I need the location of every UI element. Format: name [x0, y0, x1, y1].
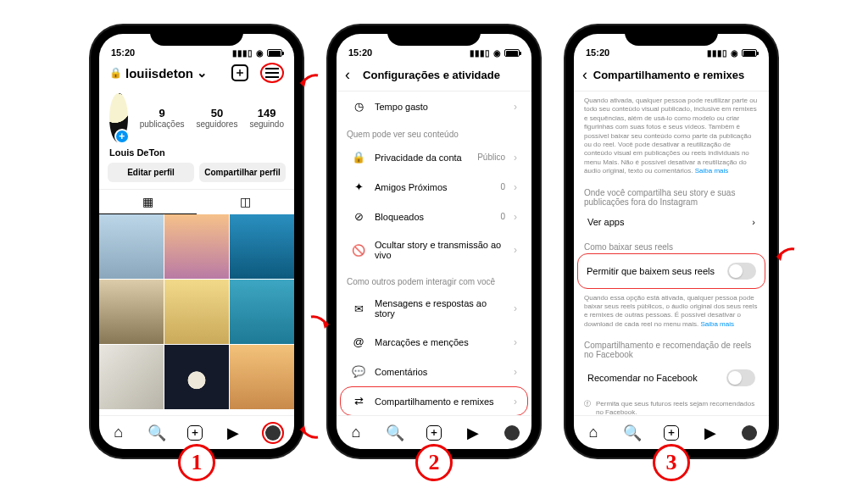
row-close-friends[interactable]: ✦ Amigos Próximos 0 › — [340, 172, 528, 202]
share-icon: ⇄ — [351, 395, 366, 408]
intro-description: Quando ativada, qualquer pessoa pode reu… — [574, 92, 769, 181]
post-thumb[interactable] — [164, 345, 229, 409]
username-dropdown[interactable]: 🔒 louiisdeton ⌄ — [109, 65, 208, 80]
edit-profile-button[interactable]: Editar perfil — [108, 163, 194, 182]
nav-profile[interactable] — [740, 424, 759, 442]
nav-search[interactable]: 🔍 — [147, 424, 166, 442]
notch — [387, 25, 481, 46]
row-hide-story[interactable]: 🚫 Ocultar story e transmissão ao vivo › — [340, 231, 528, 269]
toggle-allow-download[interactable] — [727, 263, 756, 280]
chevron-right-icon: › — [514, 336, 517, 348]
stat-following[interactable]: 149seguindo — [249, 107, 284, 129]
section-label: Como outros podem interagir com você — [337, 269, 531, 290]
row-tags[interactable]: @ Marcações e menções › — [340, 327, 528, 357]
comment-icon: 💬 — [351, 365, 366, 378]
chevron-right-icon: › — [514, 396, 517, 408]
battery-icon — [742, 49, 757, 57]
stat-posts[interactable]: 9publicações — [140, 107, 185, 129]
message-icon: ✉ — [351, 302, 366, 315]
clock-icon: ◷ — [351, 100, 366, 113]
nav-create[interactable]: ＋ — [662, 424, 681, 442]
battery-icon — [267, 49, 282, 57]
tag-icon: @ — [351, 336, 366, 348]
chevron-right-icon: › — [514, 181, 517, 193]
step-badge-1: 1 — [178, 444, 215, 481]
phone-frame-2: 15:20 ▮▮▮▯ ◉ ‹ Configurações e atividade… — [328, 25, 540, 458]
post-grid — [99, 214, 294, 409]
nav-reels[interactable]: ▶ — [464, 424, 482, 442]
post-thumb[interactable] — [99, 214, 164, 279]
row-blocked[interactable]: ⊘ Bloqueados 0 › — [340, 202, 528, 231]
row-recommend-fb[interactable]: Recomendar no Facebook — [577, 361, 765, 395]
toggle-recommend-fb[interactable] — [726, 369, 755, 386]
row-comments[interactable]: 💬 Comentários › — [340, 357, 528, 386]
chevron-down-icon: ⌄ — [197, 65, 208, 80]
section-label: Onde você compartilha seu story e suas p… — [574, 181, 769, 208]
post-thumb[interactable] — [230, 214, 294, 279]
display-name: Louis DeTon — [99, 147, 294, 163]
status-time: 15:20 — [348, 47, 372, 58]
section-label: Quem pode ver seu conteúdo — [337, 121, 531, 142]
share-profile-button[interactable]: Compartilhar perfil — [199, 163, 286, 182]
post-thumb[interactable] — [99, 345, 164, 409]
row-messages[interactable]: ✉ Mensagens e respostas ao story › — [340, 290, 528, 327]
wifi-icon: ◉ — [256, 48, 264, 58]
notch — [625, 25, 718, 46]
section-label: Como baixar seus reels — [574, 236, 769, 253]
row-ver-apps[interactable]: Ver apps › — [577, 208, 765, 236]
step-badge-2: 2 — [415, 444, 453, 481]
lock-icon: 🔒 — [109, 67, 122, 79]
profile-icon — [742, 425, 757, 441]
create-post-button[interactable]: ＋ — [231, 64, 248, 81]
avatar[interactable]: + — [109, 93, 128, 142]
username-text: louiisdeton — [125, 66, 193, 80]
signal-icon: ▮▮▮▯ — [470, 48, 490, 58]
chevron-right-icon: › — [514, 366, 517, 378]
star-icon: ✦ — [351, 180, 366, 193]
profile-icon — [265, 425, 281, 441]
post-thumb[interactable] — [230, 280, 294, 344]
row-time-spent[interactable]: ◷ Tempo gasto › — [340, 92, 528, 121]
nav-profile[interactable] — [262, 422, 284, 444]
nav-search[interactable]: 🔍 — [386, 424, 404, 442]
battery-icon — [504, 49, 520, 57]
fb-footer: ⓕ Permita que seus futuros reels sejam r… — [574, 395, 769, 415]
nav-home[interactable]: ⌂ — [109, 424, 128, 442]
profile-icon — [504, 425, 520, 441]
stat-followers[interactable]: 50seguidores — [196, 107, 237, 129]
phone-frame-1: 15:20 ▮▮▮▯ ◉ 🔒 louiisdeton ⌄ ＋ — [91, 25, 303, 458]
row-allow-download[interactable]: Permitir que baixem seus reels — [577, 253, 765, 289]
section-label: Compartilhamento e recomendação de reels… — [574, 334, 769, 361]
post-thumb[interactable] — [99, 280, 164, 344]
learn-more-link[interactable]: Saiba mais — [695, 167, 729, 175]
post-thumb[interactable] — [164, 214, 229, 279]
learn-more-link[interactable]: Saiba mais — [700, 320, 734, 328]
hide-icon: 🚫 — [351, 244, 366, 257]
menu-button[interactable] — [260, 63, 284, 83]
add-story-icon[interactable]: + — [114, 129, 130, 144]
nav-reels[interactable]: ▶ — [701, 424, 720, 442]
tab-tagged[interactable]: ◫ — [197, 190, 294, 214]
nav-home[interactable]: ⌂ — [584, 424, 603, 442]
row-sharing-remixes[interactable]: ⇄ Compartilhamento e remixes › — [340, 386, 528, 415]
block-icon: ⊘ — [351, 210, 366, 223]
lock-icon: 🔒 — [351, 151, 366, 164]
download-description: Quando essa opção está ativada, qualquer… — [574, 289, 769, 335]
chevron-right-icon: › — [514, 211, 517, 223]
post-thumb[interactable] — [230, 345, 294, 409]
row-privacy[interactable]: 🔒 Privacidade da conta Público › — [340, 142, 528, 172]
signal-icon: ▮▮▮▯ — [232, 48, 253, 58]
status-time: 15:20 — [586, 47, 609, 58]
signal-icon: ▮▮▮▯ — [707, 48, 727, 58]
page-title: Compartilhamento e remixes — [577, 69, 760, 81]
facebook-icon: ⓕ — [584, 400, 591, 408]
nav-home[interactable]: ⌂ — [347, 424, 365, 442]
nav-profile[interactable] — [503, 424, 521, 442]
nav-search[interactable]: 🔍 — [623, 424, 642, 442]
nav-reels[interactable]: ▶ — [224, 424, 242, 442]
post-thumb[interactable] — [164, 280, 229, 344]
nav-create[interactable]: ＋ — [425, 424, 443, 442]
tab-grid[interactable]: ▦ — [99, 190, 197, 214]
nav-create[interactable]: ＋ — [186, 424, 204, 442]
status-time: 15:20 — [111, 47, 135, 58]
